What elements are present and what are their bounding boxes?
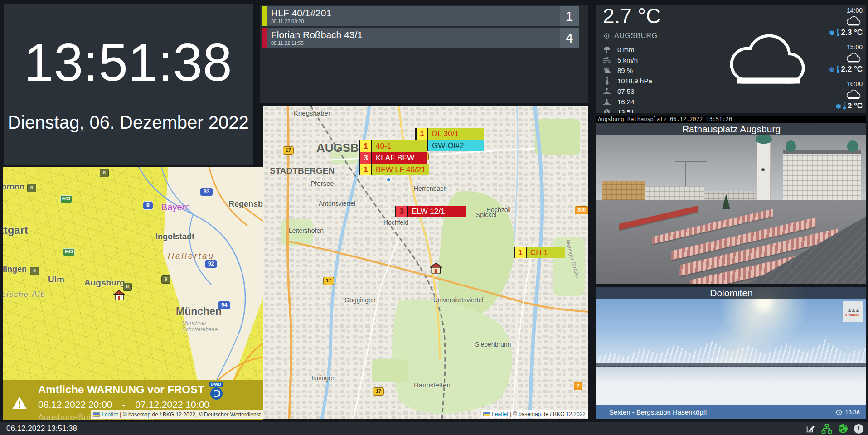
vehicle-marker[interactable]: GW-Öl#2 <box>417 140 484 151</box>
map-attribution: Leaflet | © basemap.de / BKG 12.2022 <box>481 410 588 418</box>
status-bar: 06.12.2022 13:51:38 <box>0 422 868 435</box>
crane-arm <box>675 161 707 162</box>
road-shield: 2 <box>574 382 582 390</box>
edit-button[interactable] <box>805 424 815 434</box>
severity-bar <box>262 28 267 48</box>
district-label: Göggingen <box>344 296 376 304</box>
map-label: Ulm <box>48 275 64 285</box>
vehicle-marker-group[interactable]: 1 CH 1 <box>514 247 565 258</box>
alert-row[interactable]: HLF 40/1#201 30.11.22 08:28 1 <box>262 6 579 26</box>
wind-icon <box>603 56 611 64</box>
vehicle-marker[interactable]: 1 40-1 <box>360 140 427 152</box>
weather-stats: 0 mm 5 km/h 89 % <box>603 44 652 113</box>
measure-time-value: 13:51 <box>617 108 635 113</box>
info-button[interactable]: i <box>854 424 863 434</box>
road-shield: 17 <box>283 146 294 155</box>
vehicle-marker[interactable]: 3 KLAF BFW <box>360 152 427 164</box>
warning-separator: - <box>122 399 126 410</box>
alert-title: Florian Roßbach 43/1 <box>271 30 555 40</box>
tower-dome <box>756 134 772 144</box>
hydrant-marker[interactable] <box>386 177 391 182</box>
road-shield: 17 <box>373 387 384 396</box>
map-label: Regensburg <box>228 199 263 209</box>
vehicle-count: 1 <box>417 128 428 140</box>
precipitation-value: 0 mm <box>617 46 635 53</box>
thermometer-icon <box>843 102 846 110</box>
fire-station-marker-icon[interactable] <box>430 262 442 274</box>
alert-count-badge: 4 <box>560 28 579 48</box>
warning-to: 07.12.2022 10:00 <box>136 399 210 410</box>
road-shield: 300 <box>575 206 588 214</box>
vehicle-marker[interactable]: 3 ELW 12/1 <box>396 206 466 217</box>
ukraine-flag-icon <box>93 412 100 417</box>
sunrise-value: 07:53 <box>617 87 635 95</box>
globe-status-icon[interactable] <box>838 424 848 434</box>
thermometer-icon <box>836 29 840 36</box>
webcam-title: Dolomiten <box>596 287 866 299</box>
vehicle-count: 3 <box>360 152 372 164</box>
alert-row[interactable]: Florian Roßbach 43/1 08.11.22 11:55 4 <box>262 28 579 48</box>
euro-route-shield: E43 <box>60 195 72 203</box>
vehicle-marker-group[interactable]: 1 40-1 3 KLAF BFW 1 BFW LF 40/21 <box>359 140 427 175</box>
town-hall-dome <box>786 140 796 152</box>
motorway-shield: 9 <box>143 201 153 210</box>
district-label: Pfersee <box>310 179 334 187</box>
map-label: Augsburg <box>84 278 125 288</box>
umbrella-icon <box>603 46 611 54</box>
home-station-marker-icon <box>113 290 125 301</box>
weather-warning-map[interactable]: Heilbronn Stuttgart Reutlingen Ulm Augsb… <box>3 167 263 420</box>
thermometer-icon <box>836 66 840 73</box>
vehicle-marker-group[interactable]: 3 ELW 12/1 <box>395 206 466 217</box>
network-status-icon[interactable] <box>821 424 832 434</box>
alert-timestamp: 08.11.22 11:55 <box>271 40 555 46</box>
leaflet-link[interactable]: Leaflet <box>102 411 118 418</box>
dwd-logo: DWD <box>209 382 223 400</box>
road-shield: 6 <box>27 184 36 192</box>
leaflet-link[interactable]: Leaflet <box>492 411 508 417</box>
frost-icon: ❄ <box>835 103 841 110</box>
road-shield: 9 <box>161 276 170 284</box>
city-label: STADTBERGEN <box>270 166 335 176</box>
town-hall-dome <box>847 140 858 152</box>
district-label: Hochfeld <box>383 219 408 226</box>
pressure-value: 1018.9 hPa <box>617 77 652 85</box>
forecast-time: 15:00 <box>847 44 863 51</box>
forecast-time: 14:00 <box>847 7 863 14</box>
district-label: Haunstetten <box>414 381 451 389</box>
motorway-shield: 92 <box>204 260 218 268</box>
vehicle-marker[interactable]: 1 DL 30/1 <box>417 128 484 140</box>
webcam-caption-band: Sexten - Bergstation Hasenköpfl 13:36 <box>596 405 866 419</box>
ukraine-flag-icon <box>483 412 490 416</box>
vehicle-count: 3 <box>396 206 408 217</box>
weather-location: AUGSBURG <box>614 32 658 40</box>
sunset-value: 16:24 <box>617 98 635 106</box>
motorway-shield: 94 <box>218 301 231 309</box>
warning-from: 06.12.2022 20:00 <box>38 399 112 410</box>
operations-map[interactable]: Kriegshaber AUGSBURG STADTBERGEN Pfersee… <box>263 106 588 419</box>
weather-panel: 2.7 °C AUGSBURG 0 mm 5 km/h <box>596 5 866 113</box>
attribution-text: | © basemap.de / BKG 12.2022 <box>510 411 586 417</box>
alert-title: HLF 40/1#201 <box>271 8 555 19</box>
warning-title: Amtliche WARNUNG vor FROST <box>38 383 204 396</box>
webcam-dolomiten: Dolomiten ▲▲▲ 3 ZINNEN Sexten - Bergstat… <box>596 287 866 419</box>
vehicle-name: DL 30/1 <box>428 128 484 140</box>
christmas-tree <box>722 194 730 209</box>
clock-panel: 13:51:38 Dienstag, 06. Dezember 2022 <box>4 4 253 165</box>
webcam-timestamp-bar: Augsburg Rathausplatz 06.12.2022 13:51:2… <box>596 116 866 123</box>
attribution-text: | © basemap.de / BKG 12.2022, © Deutsche… <box>120 411 261 418</box>
severity-bar <box>262 6 267 26</box>
warning-period: 06.12.2022 20:00-07.12.2022 10:00 <box>38 399 209 410</box>
road-shield: 17 <box>323 277 334 285</box>
webcam-image <box>596 123 866 284</box>
clock-date: Dienstag, 06. Dezember 2022 <box>8 112 248 133</box>
webcam-time: 13:36 <box>845 409 860 416</box>
vehicle-marker[interactable]: 1 BFW LF 40/21 <box>360 164 427 175</box>
vehicle-count: 1 <box>360 164 372 175</box>
vehicle-name: 40-1 <box>372 140 427 152</box>
vehicle-marker[interactable]: 1 CH 1 <box>515 247 565 258</box>
vehicle-count: 1 <box>515 247 527 258</box>
alert-timestamp: 30.11.22 08:28 <box>271 19 555 24</box>
dwd-swirl-icon <box>210 387 223 400</box>
forecast-temp: 2.3 °C <box>841 28 863 37</box>
cloud-icon <box>717 26 813 94</box>
